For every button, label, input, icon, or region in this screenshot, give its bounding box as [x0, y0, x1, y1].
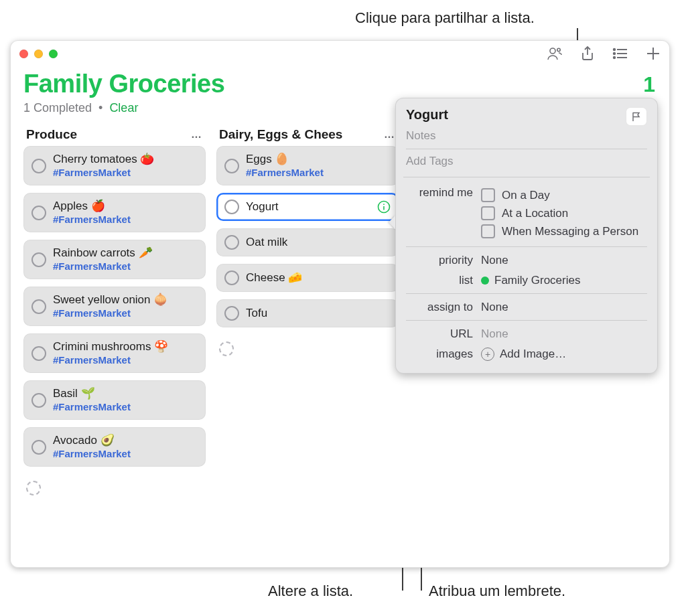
new-item-placeholder[interactable]	[216, 335, 399, 363]
list-item-selected[interactable]: Yogurt	[216, 193, 399, 221]
list-value[interactable]: Family Groceries	[481, 274, 647, 287]
item-label: Cherry tomatoes 🍅	[53, 152, 198, 166]
list-label: list	[406, 274, 473, 287]
completed-label: 1 Completed	[23, 101, 92, 115]
checkbox[interactable]	[481, 188, 495, 202]
priority-label: priority	[406, 254, 473, 267]
callout-change-list: Altere a lista.	[268, 583, 353, 600]
collaborate-icon[interactable]	[547, 46, 563, 62]
window-controls	[19, 50, 58, 58]
column-dairy: Dairy, Eggs & Chees … Eggs 🥚 #FarmersMar…	[216, 127, 399, 502]
assign-to-label: assign to	[406, 301, 473, 314]
assign-to-value[interactable]: None	[481, 301, 647, 314]
item-tag[interactable]: #FarmersMarket	[53, 307, 198, 320]
complete-toggle[interactable]	[224, 235, 239, 250]
url-label: URL	[406, 327, 473, 341]
item-label: Cheese 🧀	[246, 271, 391, 285]
column-more-button[interactable]: …	[384, 129, 396, 141]
new-item-radio	[219, 341, 234, 356]
add-image-button[interactable]: + Add Image…	[481, 348, 647, 361]
titlebar	[10, 40, 670, 67]
separator	[403, 177, 650, 177]
list-count-peek: 1	[628, 72, 655, 96]
list-item[interactable]: Sweet yellow onion 🧅 #FarmersMarket	[23, 287, 206, 326]
list-item[interactable]: Rainbow carrots 🥕 #FarmersMarket	[23, 240, 206, 279]
checkbox[interactable]	[481, 224, 495, 238]
list-item[interactable]: Avocado 🥑 #FarmersMarket	[23, 427, 206, 467]
list-item[interactable]: Apples 🍎 #FarmersMarket	[23, 193, 206, 232]
svg-point-5	[614, 49, 616, 51]
add-icon[interactable]	[646, 46, 661, 61]
complete-toggle[interactable]	[31, 346, 46, 361]
item-tag[interactable]: #FarmersMarket	[53, 167, 198, 179]
item-tag[interactable]: #FarmersMarket	[53, 354, 198, 367]
option-label: At a Location	[502, 207, 568, 220]
info-icon[interactable]	[377, 200, 391, 214]
svg-point-6	[614, 53, 616, 55]
item-tag[interactable]: #FarmersMarket	[53, 260, 198, 273]
complete-toggle[interactable]	[224, 271, 239, 285]
separator-dot: •	[98, 101, 102, 115]
item-label: Crimini mushrooms 🍄	[53, 339, 198, 354]
tags-field[interactable]: Add Tags	[406, 149, 647, 174]
flag-button[interactable]	[626, 107, 647, 126]
priority-value[interactable]: None	[481, 254, 647, 267]
remind-when-messaging[interactable]: When Messaging a Person	[481, 222, 647, 240]
item-label: Sweet yellow onion 🧅	[53, 293, 198, 307]
panel-arrow-icon	[389, 216, 395, 229]
callout-assign-reminder: Atribua um lembrete.	[429, 583, 565, 600]
remind-on-day[interactable]: On a Day	[481, 186, 647, 204]
view-icon[interactable]	[612, 47, 628, 60]
item-tag[interactable]: #FarmersMarket	[53, 214, 198, 226]
item-label: Eggs 🥚	[246, 152, 391, 166]
list-item[interactable]: Eggs 🥚 #FarmersMarket	[216, 146, 399, 185]
item-label: Rainbow carrots 🥕	[53, 246, 198, 260]
list-title: Family Groceries	[23, 70, 657, 98]
toolbar	[547, 46, 661, 62]
complete-toggle[interactable]	[224, 306, 239, 321]
list-item[interactable]: Crimini mushrooms 🍄 #FarmersMarket	[23, 333, 206, 373]
item-tag[interactable]: #FarmersMarket	[53, 448, 198, 461]
share-icon[interactable]	[580, 46, 595, 62]
remind-at-location[interactable]: At a Location	[481, 204, 647, 222]
svg-point-7	[614, 57, 616, 59]
notes-field[interactable]: Notes	[406, 127, 647, 149]
url-value[interactable]: None	[481, 327, 647, 341]
complete-toggle[interactable]	[31, 252, 46, 267]
panel-title[interactable]: Yogurt	[406, 107, 448, 123]
clear-completed-button[interactable]: Clear	[109, 101, 138, 115]
column-title: Dairy, Eggs & Chees	[219, 127, 342, 142]
add-image-label: Add Image…	[500, 348, 566, 361]
list-item[interactable]: Tofu	[216, 299, 399, 327]
complete-toggle[interactable]	[224, 200, 239, 214]
minimize-window-button[interactable]	[34, 50, 43, 58]
item-label: Oat milk	[246, 235, 391, 249]
zoom-window-button[interactable]	[49, 50, 58, 58]
new-item-placeholder[interactable]	[23, 474, 206, 502]
item-label: Avocado 🥑	[53, 433, 198, 447]
list-item[interactable]: Oat milk	[216, 228, 399, 256]
complete-toggle[interactable]	[31, 159, 46, 173]
reminder-detail-panel: Yogurt Notes Add Tags remind me On a Day…	[395, 98, 658, 374]
list-item[interactable]: Cheese 🧀	[216, 264, 399, 292]
item-tag[interactable]: #FarmersMarket	[53, 401, 198, 414]
complete-toggle[interactable]	[224, 159, 239, 173]
item-label: Yogurt	[246, 200, 370, 214]
svg-point-0	[550, 48, 555, 54]
column-more-button[interactable]: …	[191, 129, 203, 141]
complete-toggle[interactable]	[31, 206, 46, 220]
list-item[interactable]: Basil 🌱 #FarmersMarket	[23, 380, 206, 420]
option-label: When Messaging a Person	[502, 225, 638, 238]
column-title: Produce	[26, 127, 77, 142]
column-produce: Produce … Cherry tomatoes 🍅 #FarmersMark…	[23, 127, 206, 502]
complete-toggle[interactable]	[31, 440, 46, 455]
plus-circle-icon: +	[481, 348, 494, 361]
checkbox[interactable]	[481, 206, 495, 220]
list-item[interactable]: Cherry tomatoes 🍅 #FarmersMarket	[23, 146, 206, 185]
item-tag[interactable]: #FarmersMarket	[246, 167, 391, 179]
callout-share-list: Clique para partilhar a lista.	[355, 9, 535, 27]
item-label: Tofu	[246, 306, 391, 320]
complete-toggle[interactable]	[31, 299, 46, 314]
close-window-button[interactable]	[19, 50, 28, 58]
complete-toggle[interactable]	[31, 393, 46, 408]
